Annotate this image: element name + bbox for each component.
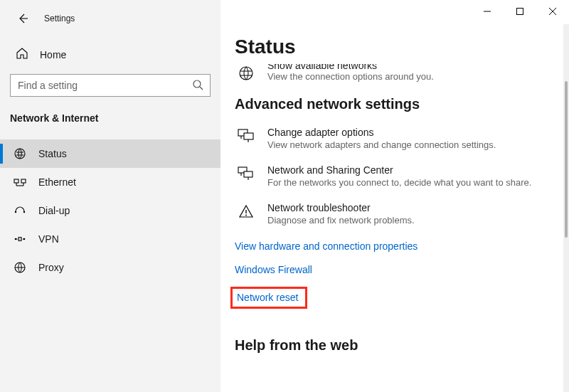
category-heading: Network & Internet	[10, 112, 220, 124]
nav-ethernet[interactable]: Ethernet	[0, 168, 220, 196]
svg-point-18	[23, 238, 26, 240]
nav-status[interactable]: Status	[0, 139, 220, 168]
sharing-icon	[235, 164, 257, 188]
nav-label: VPN	[38, 233, 59, 245]
item-subtitle: Diagnose and fix network problems.	[267, 215, 415, 226]
item-title: Network troubleshooter	[267, 202, 415, 213]
page-title: Status	[235, 36, 542, 58]
item-title: Show available networks	[267, 64, 434, 70]
back-button[interactable]	[16, 11, 30, 26]
proxy-icon	[13, 260, 27, 275]
troubleshooter-item[interactable]: Network troubleshooter Diagnose and fix …	[235, 202, 542, 226]
svg-point-17	[15, 238, 17, 240]
home-nav[interactable]: Home	[0, 41, 220, 63]
adapter-options-item[interactable]: Change adapter options View network adap…	[235, 127, 542, 150]
network-reset-link[interactable]: Network reset	[237, 292, 298, 303]
scrollbar[interactable]	[563, 24, 569, 392]
globe-icon	[235, 64, 257, 82]
svg-rect-31	[244, 171, 252, 177]
status-icon	[13, 147, 27, 161]
home-label: Home	[40, 49, 66, 60]
warning-icon	[235, 202, 257, 226]
sidebar: Settings Home Network & Internet Status …	[0, 0, 220, 392]
svg-rect-10	[14, 179, 18, 183]
item-subtitle: View the connection options around you.	[267, 71, 434, 82]
nav-dialup[interactable]: Dial-up	[0, 196, 220, 225]
available-networks-item[interactable]: Show available networks View the connect…	[235, 64, 542, 82]
nav-label: Status	[38, 148, 67, 159]
search-input[interactable]	[10, 74, 211, 97]
nav-proxy[interactable]: Proxy	[0, 253, 220, 282]
help-heading: Help from the web	[235, 337, 542, 354]
svg-point-23	[240, 67, 252, 80]
hardware-properties-link[interactable]: View hardware and connection properties	[235, 240, 418, 252]
scrollbar-thumb[interactable]	[565, 81, 568, 238]
firewall-link[interactable]: Windows Firewall	[235, 264, 312, 275]
nav-vpn[interactable]: VPN	[0, 225, 220, 253]
adapter-icon	[235, 127, 257, 150]
nav-list: Status Ethernet Dial-up VPN Proxy	[0, 139, 220, 282]
advanced-heading: Advanced network settings	[235, 96, 542, 112]
nav-label: Proxy	[38, 262, 64, 273]
vpn-icon	[13, 232, 27, 246]
item-title: Network and Sharing Center	[267, 164, 531, 176]
nav-label: Dial-up	[38, 205, 70, 216]
sharing-center-item[interactable]: Network and Sharing Center For the netwo…	[235, 164, 542, 188]
svg-point-7	[15, 149, 25, 159]
nav-label: Ethernet	[38, 176, 76, 188]
home-icon	[16, 47, 28, 63]
svg-point-15	[15, 211, 16, 213]
svg-point-35	[245, 215, 247, 216]
svg-rect-11	[21, 179, 26, 183]
item-subtitle: View network adapters and change connect…	[267, 139, 496, 150]
item-subtitle: For the networks you connect to, decide …	[267, 177, 531, 188]
ethernet-icon	[13, 175, 27, 189]
svg-point-16	[23, 211, 25, 213]
main-content: Status Show available networks View the …	[220, 0, 563, 392]
svg-rect-27	[244, 133, 253, 139]
item-title: Change adapter options	[267, 127, 496, 138]
window-title: Settings	[44, 14, 75, 23]
dialup-icon	[13, 203, 27, 218]
